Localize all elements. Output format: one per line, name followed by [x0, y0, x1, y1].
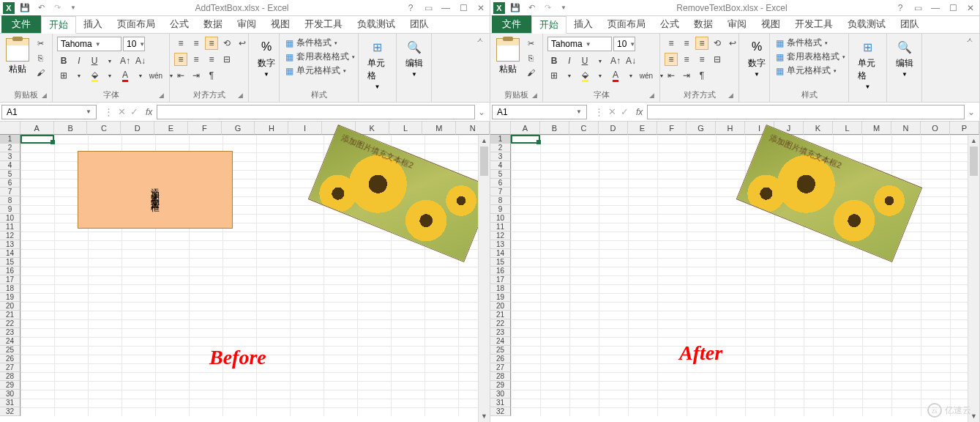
- merge-icon[interactable]: ⊟: [711, 53, 724, 66]
- row-header[interactable]: 17: [490, 275, 511, 284]
- row-header[interactable]: 21: [490, 311, 511, 319]
- col-header[interactable]: F: [188, 122, 222, 135]
- editing-button[interactable]: 🔍 编辑 ▼: [401, 37, 427, 79]
- formula-input[interactable]: [647, 105, 965, 119]
- align-launcher-icon[interactable]: ◢: [728, 92, 737, 100]
- col-header[interactable]: C: [87, 122, 121, 135]
- decrease-font-icon[interactable]: A↓: [624, 54, 637, 67]
- save-icon[interactable]: 💾: [509, 2, 521, 14]
- row-header[interactable]: 27: [490, 363, 511, 372]
- row-header[interactable]: 5: [490, 170, 511, 179]
- fb-menu-icon[interactable]: ⋮: [104, 106, 113, 117]
- align-left-icon[interactable]: ≡: [665, 53, 678, 66]
- tab-load-test[interactable]: 负载测试: [840, 15, 893, 33]
- row-header[interactable]: 18: [490, 284, 511, 293]
- row-header[interactable]: 3: [0, 152, 20, 161]
- format-painter-icon[interactable]: 🖌: [34, 66, 47, 79]
- vertical-scrollbar[interactable]: ▲ ▼: [478, 135, 490, 422]
- increase-indent-icon[interactable]: ⇥: [680, 69, 693, 82]
- fill-menu-icon[interactable]: ▼: [594, 69, 607, 82]
- ribbon-options-icon[interactable]: ▭: [422, 3, 434, 13]
- col-header[interactable]: D: [121, 122, 154, 135]
- col-header[interactable]: L: [833, 122, 862, 135]
- row-header[interactable]: 14: [0, 249, 20, 258]
- active-cell[interactable]: [20, 135, 54, 144]
- row-header[interactable]: 20: [490, 302, 511, 311]
- row-header[interactable]: 22: [0, 319, 20, 328]
- row-header[interactable]: 4: [0, 161, 20, 170]
- row-header[interactable]: 15: [0, 258, 20, 267]
- row-header[interactable]: 14: [490, 249, 511, 258]
- row-header[interactable]: 1: [0, 135, 20, 144]
- clipboard-launcher-icon[interactable]: ◢: [532, 92, 541, 100]
- row-header[interactable]: 30: [490, 390, 511, 399]
- decrease-indent-icon[interactable]: ⇤: [174, 69, 187, 82]
- tab-home[interactable]: 开始: [41, 16, 76, 34]
- scroll-down-icon[interactable]: ▼: [479, 410, 490, 422]
- wrap-text-icon[interactable]: ↩: [236, 37, 249, 50]
- row-header[interactable]: 22: [490, 319, 511, 328]
- cells-grid[interactable]: 添加图片填充文本框2 After: [511, 135, 979, 416]
- align-center-icon[interactable]: ≡: [190, 53, 203, 66]
- help-icon[interactable]: ?: [405, 3, 416, 13]
- row-header[interactable]: 8: [490, 196, 511, 205]
- align-launcher-icon[interactable]: ◢: [238, 92, 247, 100]
- row-header[interactable]: 23: [0, 328, 20, 337]
- tab-developer[interactable]: 开发工具: [788, 15, 840, 33]
- align-right-icon[interactable]: ≡: [205, 53, 218, 66]
- border-menu-icon[interactable]: ▼: [563, 69, 576, 82]
- formula-input[interactable]: [157, 105, 475, 119]
- cancel-icon[interactable]: ✕: [608, 106, 616, 117]
- close-icon[interactable]: ✕: [965, 3, 976, 13]
- font-launcher-icon[interactable]: ◢: [649, 92, 658, 100]
- align-middle-icon[interactable]: ≡: [190, 37, 203, 50]
- format-as-table-button[interactable]: ▦套用表格格式▾: [774, 51, 847, 63]
- col-header[interactable]: K: [804, 122, 833, 135]
- row-header[interactable]: 27: [0, 363, 20, 372]
- name-box[interactable]: A1▼: [1, 105, 97, 119]
- ribbon-collapse-icon[interactable]: ㅅ: [476, 35, 487, 45]
- row-header[interactable]: 5: [0, 170, 20, 179]
- row-header[interactable]: 6: [0, 179, 20, 188]
- rtl-icon[interactable]: ¶: [695, 69, 708, 82]
- editing-button[interactable]: 🔍 编辑▼: [891, 37, 918, 79]
- orientation-icon[interactable]: ⟲: [711, 37, 724, 50]
- maximize-icon[interactable]: ☐: [947, 3, 959, 13]
- col-header[interactable]: L: [389, 122, 423, 135]
- col-header[interactable]: C: [569, 122, 599, 135]
- col-header[interactable]: A: [511, 122, 540, 135]
- cancel-icon[interactable]: ✕: [118, 106, 126, 117]
- row-header[interactable]: 7: [0, 188, 20, 196]
- undo-icon[interactable]: ↶: [35, 2, 47, 14]
- copy-icon[interactable]: ⎘: [34, 51, 47, 64]
- tab-review[interactable]: 审阅: [230, 15, 263, 33]
- phonetic-button[interactable]: wén: [149, 69, 162, 82]
- col-header[interactable]: A: [20, 122, 54, 135]
- col-header[interactable]: M: [422, 122, 456, 135]
- increase-font-icon[interactable]: A↑: [609, 54, 622, 67]
- row-header[interactable]: 1: [490, 135, 511, 144]
- underline-button[interactable]: U: [578, 54, 591, 67]
- tab-view[interactable]: 视图: [263, 15, 297, 33]
- tab-insert[interactable]: 插入: [76, 15, 110, 33]
- active-cell[interactable]: [511, 135, 540, 144]
- row-header[interactable]: 9: [490, 205, 511, 214]
- font-color-button[interactable]: A: [119, 69, 132, 82]
- font-color-button[interactable]: A: [609, 69, 622, 82]
- font-size-combo[interactable]: 10▼: [613, 37, 635, 51]
- row-header[interactable]: 29: [0, 381, 20, 390]
- align-middle-icon[interactable]: ≡: [680, 37, 693, 50]
- row-header[interactable]: 28: [490, 372, 511, 381]
- border-button[interactable]: ⊞: [57, 69, 70, 82]
- format-as-table-button[interactable]: ▦套用表格格式▾: [284, 51, 356, 63]
- row-header[interactable]: 23: [490, 328, 511, 337]
- col-header[interactable]: D: [599, 122, 628, 135]
- row-header[interactable]: 16: [490, 267, 511, 275]
- tab-team[interactable]: 团队: [403, 15, 436, 33]
- save-icon[interactable]: 💾: [19, 2, 31, 14]
- name-box[interactable]: A1▼: [492, 105, 587, 119]
- col-header[interactable]: P: [950, 122, 979, 135]
- align-bottom-icon[interactable]: ≡: [205, 37, 218, 50]
- ribbon-options-icon[interactable]: ▭: [912, 3, 924, 13]
- tab-view[interactable]: 视图: [754, 15, 788, 33]
